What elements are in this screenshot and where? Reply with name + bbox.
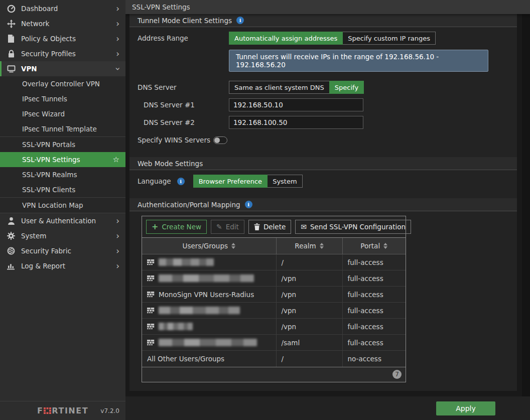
sort-up-arrow [231,243,235,245]
sidebar-item-security-fabric[interactable]: Security Fabric› [0,243,125,258]
edit-button: ✎Edit [211,220,244,234]
sidebar-item-security-profiles[interactable]: Security Profiles› [0,46,125,61]
toggle-option-specify[interactable]: Specify [329,81,364,94]
dns-server-1-input[interactable] [229,98,363,111]
apply-button[interactable]: Apply [436,401,495,415]
sidebar-item-ssl-vpn-settings[interactable]: SSL-VPN Settings☆ [0,152,125,167]
create-new-button[interactable]: +Create New [146,220,207,234]
button-label: Delete [263,223,286,231]
sidebar-item-label: SSL-VPN Portals [22,141,75,149]
section-tunnel-mode-title: Tunnel Mode Client Settings [138,17,232,25]
button-label: Create New [162,223,201,231]
sidebar-item-label: VPN [21,65,37,73]
user-group-name: MonoSign VPN Users-Radius [159,291,254,299]
address-range-label: Address Range [138,34,229,42]
fabric-icon [6,247,16,255]
star-icon[interactable]: ☆ [113,155,119,164]
info-icon[interactable]: i [236,17,244,24]
sidebar-item-ssl-vpn-portals[interactable]: SSL-VPN Portals [0,137,125,152]
sidebar-item-dashboard[interactable]: Dashboard› [0,1,125,16]
sidebar-item-vpn-location-map[interactable]: VPN Location Map [0,198,125,213]
user-icon [6,217,16,225]
sort-icon[interactable] [320,243,324,249]
sidebar-item-system[interactable]: System› [0,228,125,243]
users-groups-cell: All Other Users/Groups [142,351,276,367]
toggle-option-browser-preference[interactable]: Browser Preference [193,175,268,188]
main-content: Tunnel Mode Client Settings i Address Ra… [125,14,530,420]
table-row[interactable]: /full-access [142,254,406,270]
firmware-version: v7.2.0 [100,407,119,414]
sidebar-item-ipsec-tunnel-template[interactable]: IPsec Tunnel Template [0,121,125,136]
info-icon[interactable]: i [245,201,252,208]
sidebar-item-ssl-vpn-realms[interactable]: SSL-VPN Realms [0,167,125,182]
sidebar-item-label: Overlay Controller VPN [22,80,100,88]
sidebar-item-label: Security Profiles [21,50,76,58]
redacted-name [159,339,257,346]
table-footer: 7 [142,367,406,382]
move-arrows-icon [6,20,16,28]
user-group-icon [147,308,155,314]
column-header-realm[interactable]: Realm [276,238,342,254]
trash-icon [254,223,260,230]
user-group-icon [147,340,155,346]
toggle-option-automatically-assign-addresses[interactable]: Automatically assign addresses [229,32,343,45]
sidebar-item-ssl-vpn-clients[interactable]: SSL-VPN Clients [0,182,125,197]
sidebar-item-network[interactable]: Network› [0,16,125,31]
gear-icon [6,232,16,240]
table-row[interactable]: /samlfull-access [142,335,406,351]
user-group-icon [147,259,155,265]
realm-cell: / [276,254,342,270]
scrollbar-track[interactable] [522,14,530,396]
sidebar-nav: Dashboard›Network›Policy & Objects›Secur… [0,0,125,273]
sidebar-item-label: SSL-VPN Clients [22,186,75,194]
section-tunnel-mode: Tunnel Mode Client Settings i [129,14,517,27]
sidebar-item-ipsec-tunnels[interactable]: IPsec Tunnels [0,91,125,106]
table-row[interactable]: /vpnfull-access [142,270,406,287]
portal-cell: full-access [342,319,406,335]
wins-toggle[interactable] [213,136,227,144]
sidebar-item-ipsec-wizard[interactable]: IPsec Wizard [0,106,125,121]
sort-down-arrow [231,246,235,249]
section-portal-mapping: Authentication/Portal Mapping i [129,198,517,211]
lock-icon [6,50,16,58]
app-root: Dashboard›Network›Policy & Objects›Secur… [0,0,530,420]
table-row[interactable]: MonoSign VPN Users-Radius/vpnfull-access [142,287,406,303]
sort-icon[interactable] [383,243,387,249]
send-ssl-vpn-configuration-button[interactable]: ✉Send SSL-VPN Configuration [295,220,411,234]
sort-down-arrow [383,246,387,249]
dns-server-2-input[interactable] [229,116,363,129]
table-row[interactable]: /vpnfull-access [142,303,406,319]
sidebar-item-vpn[interactable]: VPN› [0,61,125,76]
delete-button[interactable]: Delete [248,220,291,234]
table-row[interactable]: /vpnfull-access [142,319,406,335]
info-icon[interactable]: i [177,178,185,185]
sidebar-item-overlay-controller-vpn[interactable]: Overlay Controller VPN [0,76,125,91]
dns-server-1-row: DNS Server #1 [138,98,509,111]
toggle-option-specify-custom-ip-ranges[interactable]: Specify custom IP ranges [342,32,436,45]
dns-server-label: DNS Server [138,83,229,91]
sidebar-item-user-authentication[interactable]: User & Authentication› [0,213,125,228]
chevron-down-icon: › [113,67,122,71]
table-row[interactable]: All Other Users/Groups/no-access [142,351,406,367]
chevron-right-icon: › [116,232,119,240]
envelope-icon: ✉ [301,223,307,230]
portal-cell: full-access [342,270,406,287]
toggle-option-same-as-client-system-dns[interactable]: Same as client system DNS [229,81,330,94]
section-portal-mapping-title: Authentication/Portal Mapping [138,201,240,209]
chevron-right-icon: › [116,217,119,225]
table-header-row: Users/GroupsRealmPortal [142,238,406,254]
dns-server-2-row: DNS Server #2 [138,116,509,129]
chevron-right-icon: › [116,50,119,58]
column-header-users-groups[interactable]: Users/Groups [142,238,276,254]
column-header-portal[interactable]: Portal [342,238,406,254]
wins-toggle-knob [214,137,220,143]
sidebar-item-log-report[interactable]: Log & Report› [0,258,125,273]
toggle-option-system[interactable]: System [267,175,302,188]
logo-o-icon [43,407,52,414]
dns-server-2-label: DNS Server #2 [138,118,229,126]
sidebar-item-policy-objects[interactable]: Policy & Objects› [0,31,125,46]
user-group-icon [147,275,155,282]
sort-icon[interactable] [231,243,235,249]
address-range-toggle: Automatically assign addressesSpecify cu… [229,32,436,45]
sidebar: Dashboard›Network›Policy & Objects›Secur… [0,0,125,420]
